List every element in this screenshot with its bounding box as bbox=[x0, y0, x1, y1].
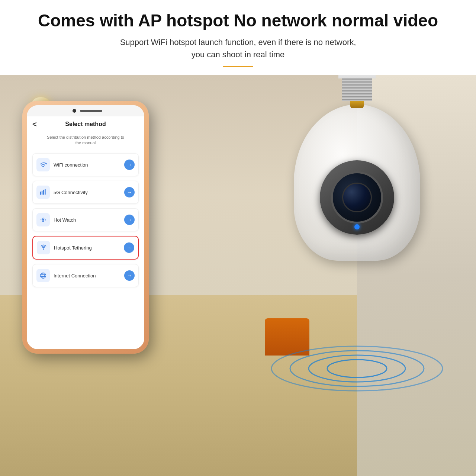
svg-rect-0 bbox=[40, 192, 41, 195]
main-image-area: < Select method Select the distribution … bbox=[0, 75, 476, 476]
phone-screen: < Select method Select the distribution … bbox=[27, 105, 144, 349]
app-screen: < Select method Select the distribution … bbox=[27, 116, 144, 349]
globe-icon bbox=[36, 269, 50, 282]
back-button[interactable]: < bbox=[32, 120, 37, 129]
bulb-glass bbox=[294, 104, 420, 261]
wifi-icon bbox=[36, 158, 50, 171]
page-wrapper: Comes with AP hotspot No network normal … bbox=[0, 0, 476, 476]
phone-camera-dot bbox=[73, 109, 76, 113]
camera-housing bbox=[320, 160, 394, 235]
svg-point-12 bbox=[327, 360, 387, 377]
svg-point-4 bbox=[42, 219, 44, 221]
menu-arrow-5g[interactable]: → bbox=[124, 187, 135, 197]
svg-point-5 bbox=[41, 273, 46, 279]
camera-module bbox=[320, 160, 394, 235]
header-section: Comes with AP hotspot No network normal … bbox=[0, 0, 476, 75]
menu-arrow-hotspot[interactable]: → bbox=[124, 242, 134, 253]
socket-threads bbox=[342, 78, 372, 101]
bulb-socket bbox=[338, 75, 376, 108]
camera-lens-inner bbox=[342, 183, 372, 212]
phone-outer-body: < Select method Select the distribution … bbox=[22, 101, 149, 354]
accent-line bbox=[223, 66, 253, 67]
phone-container: < Select method Select the distribution … bbox=[22, 86, 164, 469]
svg-rect-1 bbox=[42, 191, 43, 195]
menu-item-5g[interactable]: 5G Connectivity → bbox=[32, 181, 139, 204]
svg-point-10 bbox=[290, 351, 424, 386]
menu-label-hotwatch: Hot Watch bbox=[54, 217, 124, 223]
subtitle-line-right bbox=[129, 140, 139, 140]
menu-label-wifi: WiFi connection bbox=[54, 162, 124, 168]
subtitle-line-left bbox=[32, 140, 42, 140]
menu-label-5g: 5G Connectivity bbox=[54, 190, 124, 195]
socket-top bbox=[338, 75, 376, 78]
app-screen-title: Select method bbox=[65, 121, 106, 128]
svg-rect-2 bbox=[43, 190, 44, 195]
app-instruction: Select the distribution method according… bbox=[32, 135, 139, 146]
socket-gold bbox=[350, 101, 364, 108]
5g-icon bbox=[36, 186, 50, 199]
phone-speaker bbox=[80, 110, 102, 112]
phone-top-bar bbox=[27, 105, 144, 116]
svg-point-9 bbox=[271, 346, 443, 391]
menu-item-hotwatch[interactable]: Hot Watch → bbox=[32, 208, 139, 231]
menu-item-wifi[interactable]: WiFi connection → bbox=[32, 153, 139, 176]
subtitle: Support WiFi hotspot launch function, ev… bbox=[30, 36, 446, 61]
menu-item-internet[interactable]: Internet Connection → bbox=[32, 264, 139, 287]
menu-arrow-wifi[interactable]: → bbox=[124, 160, 135, 170]
hotwatch-icon bbox=[36, 213, 50, 226]
app-header: < Select method bbox=[32, 120, 139, 129]
menu-label-hotspot: Hotspot Tethering bbox=[54, 245, 124, 251]
camera-led bbox=[354, 224, 360, 229]
bulb-camera-container bbox=[260, 75, 454, 402]
menu-label-internet: Internet Connection bbox=[54, 273, 124, 279]
camera-lens-outer bbox=[331, 171, 383, 223]
hotspot-icon bbox=[37, 241, 50, 254]
svg-rect-3 bbox=[45, 189, 46, 195]
menu-arrow-internet[interactable]: → bbox=[124, 270, 135, 281]
signal-rings-svg bbox=[268, 279, 446, 383]
menu-arrow-hotwatch[interactable]: → bbox=[124, 215, 135, 225]
svg-point-6 bbox=[42, 273, 45, 279]
main-title: Comes with AP hotspot No network normal … bbox=[30, 11, 446, 30]
menu-item-hotspot[interactable]: Hotspot Tethering → bbox=[32, 236, 139, 260]
bulb-glass-body bbox=[294, 104, 420, 264]
